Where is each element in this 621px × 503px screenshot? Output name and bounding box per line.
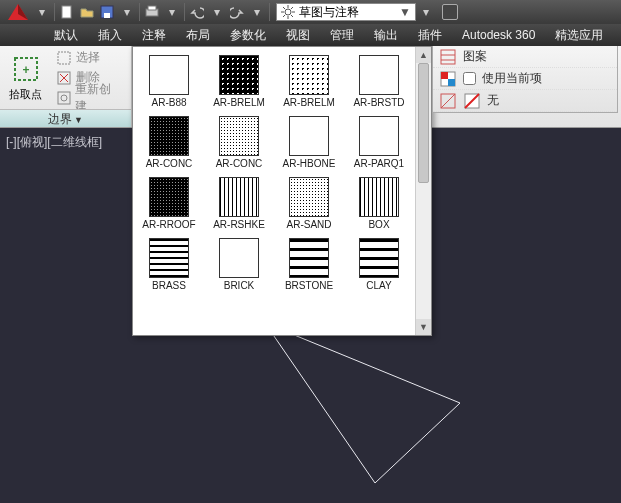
undo-dropdown-icon[interactable]: ▾ [207,2,227,22]
pattern-ar-b88[interactable]: AR-B88 [135,53,203,110]
prop-row-none[interactable]: 无 [433,90,617,112]
menu-annotate[interactable]: 注释 [132,24,176,47]
qat-overflow-icon[interactable]: ▾ [416,2,436,22]
menu-manage[interactable]: 管理 [320,24,364,47]
viewport-label[interactable]: [-][俯视][二维线框] [6,134,102,151]
pattern-ar-brelm[interactable]: AR-BRELM [275,53,343,110]
pattern-label: AR-RSHKE [213,219,265,230]
pattern-swatch-icon [149,116,189,156]
pattern-brstone[interactable]: BRSTONE [275,236,343,293]
menu-insert[interactable]: 插入 [88,24,132,47]
svg-point-21 [61,95,67,101]
menu-featured[interactable]: 精选应用 [545,24,613,47]
use-current-checkbox[interactable] [463,72,476,85]
pattern-ar-sand[interactable]: AR-SAND [275,175,343,232]
pattern-ar-rroof[interactable]: AR-RROOF [135,175,203,232]
chevron-down-icon: ▼ [399,5,411,19]
scroll-down-icon[interactable]: ▼ [416,319,431,335]
recreate-button[interactable]: 重新创建 [52,89,127,107]
svg-rect-16 [58,52,70,64]
pattern-swatch-icon [359,177,399,217]
pattern-ar-brstd[interactable]: AR-BRSTD [345,53,413,110]
select-button[interactable]: 选择 [52,49,127,67]
svg-rect-26 [441,72,448,79]
pattern-swatch-icon [359,55,399,95]
drawing-polyline [260,318,480,488]
svg-rect-2 [104,13,110,18]
pattern-swatch-icon [219,177,259,217]
workspace-label: 草图与注释 [299,4,359,21]
menu-layout[interactable]: 布局 [176,24,220,47]
gear-icon [281,5,295,19]
svg-text:+: + [22,63,29,77]
scroll-thumb[interactable] [418,63,429,183]
chevron-down-icon: ▼ [74,115,83,125]
menu-default[interactable]: 默认 [44,24,88,47]
menu-output[interactable]: 输出 [364,24,408,47]
pattern-swatch-icon [149,238,189,278]
scroll-up-icon[interactable]: ▲ [416,47,431,63]
svg-line-11 [291,15,293,17]
svg-line-12 [291,7,293,9]
save-icon[interactable] [97,2,117,22]
menu-a360[interactable]: Autodesk 360 [452,25,545,45]
menu-parametric[interactable]: 参数化 [220,24,276,47]
pattern-ar-hbone[interactable]: AR-HBONE [275,114,343,171]
color-swatch-icon [439,70,457,88]
none-swatch-icon [463,92,481,110]
pattern-brick[interactable]: BRICK [205,236,273,293]
pattern-brass[interactable]: BRASS [135,236,203,293]
prop-usecurrent-label: 使用当前项 [482,70,542,87]
workspace-combo[interactable]: 草图与注释 ▼ [276,3,416,21]
pattern-label: AR-BRELM [213,97,265,108]
pattern-label: BRSTONE [285,280,333,291]
pattern-ar-conc[interactable]: AR-CONC [205,114,273,171]
plot-dropdown-icon[interactable]: ▾ [162,2,182,22]
prop-row-usecurrent[interactable]: 使用当前项 [433,68,617,90]
undo-icon[interactable] [187,2,207,22]
pattern-clay[interactable]: CLAY [345,236,413,293]
pattern-label: AR-HBONE [283,158,336,169]
saveas-dropdown-icon[interactable]: ▾ [117,2,137,22]
app-logo[interactable] [4,1,32,23]
open-icon[interactable] [77,2,97,22]
redo-dropdown-icon[interactable]: ▾ [247,2,267,22]
pick-points-button[interactable]: + 拾取点 [4,49,48,107]
recreate-icon [56,90,72,106]
pattern-swatch-icon [149,55,189,95]
pattern-swatch-icon [289,238,329,278]
pattern-label: AR-CONC [216,158,263,169]
pattern-ar-brelm[interactable]: AR-BRELM [205,53,273,110]
prop-row-pattern[interactable]: 图案 [433,46,617,68]
pattern-scroll-area: AR-B88AR-BRELMAR-BRELMAR-BRSTDAR-CONCAR-… [133,47,415,335]
pattern-ar-rshke[interactable]: AR-RSHKE [205,175,273,232]
menu-addins[interactable]: 插件 [408,24,452,47]
pattern-ar-parq1[interactable]: AR-PARQ1 [345,114,413,171]
redo-icon[interactable] [227,2,247,22]
separator [139,3,140,21]
pattern-type-icon [439,48,457,66]
pattern-ar-conc[interactable]: AR-CONC [135,114,203,171]
separator [184,3,185,21]
scrollbar[interactable]: ▲ ▼ [415,47,431,335]
menu-bar: 默认 插入 注释 布局 参数化 视图 管理 输出 插件 Autodesk 360… [0,24,621,46]
search-box[interactable] [442,4,458,20]
pattern-swatch-icon [289,116,329,156]
separator [269,3,270,21]
delete-icon [56,70,72,86]
plot-icon[interactable] [142,2,162,22]
menu-view[interactable]: 视图 [276,24,320,47]
pattern-label: AR-RROOF [142,219,195,230]
pattern-label: BRICK [224,280,255,291]
pattern-swatch-icon [149,177,189,217]
select-label: 选择 [76,49,100,66]
pattern-box[interactable]: BOX [345,175,413,232]
pattern-label: CLAY [366,280,391,291]
panel-title-boundary[interactable]: 边界▼ [0,109,131,127]
new-icon[interactable] [57,2,77,22]
app-menu-dropdown-icon[interactable]: ▾ [32,2,52,22]
pattern-swatch-icon [359,116,399,156]
prop-none-label: 无 [487,92,499,109]
svg-rect-27 [448,79,455,86]
pattern-swatch-icon [289,177,329,217]
